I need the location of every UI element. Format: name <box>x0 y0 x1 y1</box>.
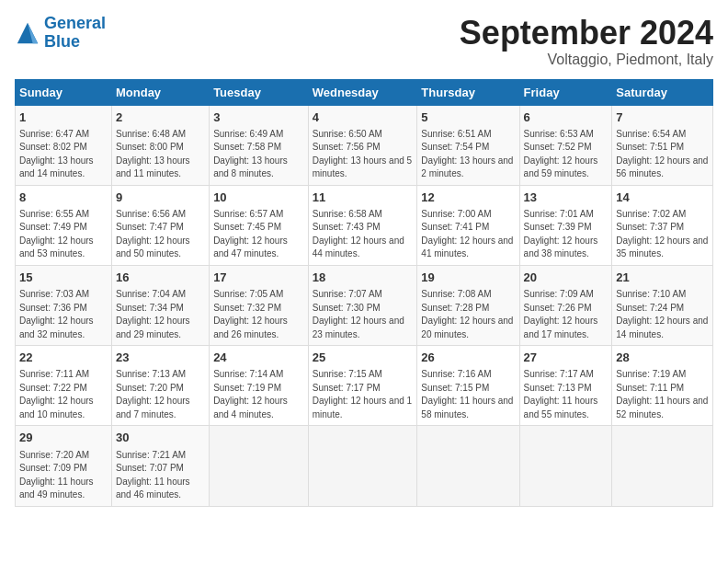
day-number: 9 <box>116 190 205 206</box>
day-info: Sunrise: 6:47 AMSunset: 8:02 PMDaylight:… <box>19 128 108 181</box>
day-info: Sunrise: 6:53 AMSunset: 7:52 PMDaylight:… <box>524 128 609 181</box>
day-number: 4 <box>313 109 414 126</box>
day-cell: 21 Sunrise: 7:10 AMSunset: 7:24 PMDaylig… <box>612 265 713 345</box>
day-info: Sunrise: 7:15 AMSunset: 7:17 PMDaylight:… <box>313 368 414 421</box>
col-sunday: Sunday <box>16 79 112 105</box>
day-number: 20 <box>524 270 609 286</box>
day-cell: 23 Sunrise: 7:13 AMSunset: 7:20 PMDaylig… <box>111 346 209 426</box>
day-number: 2 <box>116 109 205 126</box>
day-number: 8 <box>19 190 108 206</box>
day-cell: 8 Sunrise: 6:55 AMSunset: 7:49 PMDayligh… <box>16 185 112 265</box>
day-number: 10 <box>213 190 304 206</box>
table-row: 8 Sunrise: 6:55 AMSunset: 7:49 PMDayligh… <box>16 185 713 265</box>
day-cell: 26 Sunrise: 7:16 AMSunset: 7:15 PMDaylig… <box>417 346 519 426</box>
day-cell: 22 Sunrise: 7:11 AMSunset: 7:22 PMDaylig… <box>16 346 112 426</box>
day-info: Sunrise: 7:20 AMSunset: 7:09 PMDaylight:… <box>19 449 108 502</box>
table-row: 22 Sunrise: 7:11 AMSunset: 7:22 PMDaylig… <box>16 346 713 426</box>
day-cell: 2 Sunrise: 6:48 AMSunset: 8:00 PMDayligh… <box>111 105 209 185</box>
empty-cell <box>210 426 309 506</box>
calendar-table: Sunday Monday Tuesday Wednesday Thursday… <box>15 79 713 507</box>
day-number: 15 <box>19 270 108 286</box>
day-number: 12 <box>421 190 515 206</box>
day-info: Sunrise: 7:17 AMSunset: 7:13 PMDaylight:… <box>524 368 609 421</box>
table-row: 29 Sunrise: 7:20 AMSunset: 7:09 PMDaylig… <box>16 426 713 506</box>
day-info: Sunrise: 7:21 AMSunset: 7:07 PMDaylight:… <box>116 449 205 502</box>
day-info: Sunrise: 6:51 AMSunset: 7:54 PMDaylight:… <box>421 128 515 181</box>
day-info: Sunrise: 7:11 AMSunset: 7:22 PMDaylight:… <box>19 368 108 421</box>
day-cell: 13 Sunrise: 7:01 AMSunset: 7:39 PMDaylig… <box>519 185 612 265</box>
day-cell: 14 Sunrise: 7:02 AMSunset: 7:37 PMDaylig… <box>612 185 713 265</box>
day-cell: 5 Sunrise: 6:51 AMSunset: 7:54 PMDayligh… <box>417 105 519 185</box>
day-number: 1 <box>19 109 108 126</box>
day-cell: 28 Sunrise: 7:19 AMSunset: 7:11 PMDaylig… <box>612 346 713 426</box>
day-number: 25 <box>313 350 414 366</box>
day-info: Sunrise: 6:48 AMSunset: 8:00 PMDaylight:… <box>116 128 205 181</box>
day-cell: 18 Sunrise: 7:07 AMSunset: 7:30 PMDaylig… <box>308 265 417 345</box>
logo-text: General Blue <box>44 15 106 52</box>
day-info: Sunrise: 7:14 AMSunset: 7:19 PMDaylight:… <box>213 368 304 421</box>
day-number: 14 <box>616 190 709 206</box>
day-number: 26 <box>421 350 515 366</box>
day-cell: 24 Sunrise: 7:14 AMSunset: 7:19 PMDaylig… <box>210 346 309 426</box>
day-number: 16 <box>116 270 205 286</box>
calendar-header-row: Sunday Monday Tuesday Wednesday Thursday… <box>16 79 713 105</box>
logo: General Blue <box>15 15 106 52</box>
day-info: Sunrise: 7:07 AMSunset: 7:30 PMDaylight:… <box>313 288 414 341</box>
day-info: Sunrise: 7:05 AMSunset: 7:32 PMDaylight:… <box>213 288 304 341</box>
day-number: 6 <box>524 109 609 126</box>
location: Voltaggio, Piedmont, Italy <box>460 52 713 68</box>
day-cell: 19 Sunrise: 7:08 AMSunset: 7:28 PMDaylig… <box>417 265 519 345</box>
day-info: Sunrise: 6:49 AMSunset: 7:58 PMDaylight:… <box>213 128 304 181</box>
day-cell: 27 Sunrise: 7:17 AMSunset: 7:13 PMDaylig… <box>519 346 612 426</box>
day-number: 19 <box>421 270 515 286</box>
day-cell: 10 Sunrise: 6:57 AMSunset: 7:45 PMDaylig… <box>210 185 309 265</box>
day-cell: 29 Sunrise: 7:20 AMSunset: 7:09 PMDaylig… <box>16 426 112 506</box>
day-info: Sunrise: 7:13 AMSunset: 7:20 PMDaylight:… <box>116 368 205 421</box>
day-info: Sunrise: 6:54 AMSunset: 7:51 PMDaylight:… <box>616 128 709 181</box>
day-info: Sunrise: 6:58 AMSunset: 7:43 PMDaylight:… <box>313 208 414 261</box>
day-number: 22 <box>19 350 108 366</box>
empty-cell <box>519 426 612 506</box>
day-cell: 15 Sunrise: 7:03 AMSunset: 7:36 PMDaylig… <box>16 265 112 345</box>
day-number: 24 <box>213 350 304 366</box>
empty-cell <box>308 426 417 506</box>
empty-cell <box>417 426 519 506</box>
day-info: Sunrise: 7:19 AMSunset: 7:11 PMDaylight:… <box>616 368 709 421</box>
day-number: 3 <box>213 109 304 126</box>
day-info: Sunrise: 7:10 AMSunset: 7:24 PMDaylight:… <box>616 288 709 341</box>
day-number: 11 <box>313 190 414 206</box>
day-cell: 12 Sunrise: 7:00 AMSunset: 7:41 PMDaylig… <box>417 185 519 265</box>
day-number: 28 <box>616 350 709 366</box>
day-cell: 9 Sunrise: 6:56 AMSunset: 7:47 PMDayligh… <box>111 185 209 265</box>
col-monday: Monday <box>111 79 209 105</box>
table-row: 1 Sunrise: 6:47 AMSunset: 8:02 PMDayligh… <box>16 105 713 185</box>
logo-icon <box>15 20 40 46</box>
day-cell: 6 Sunrise: 6:53 AMSunset: 7:52 PMDayligh… <box>519 105 612 185</box>
day-number: 21 <box>616 270 709 286</box>
day-cell: 1 Sunrise: 6:47 AMSunset: 8:02 PMDayligh… <box>16 105 112 185</box>
empty-cell <box>612 426 713 506</box>
page-header: General Blue September 2024 Voltaggio, P… <box>15 15 713 68</box>
day-number: 23 <box>116 350 205 366</box>
day-info: Sunrise: 7:03 AMSunset: 7:36 PMDaylight:… <box>19 288 108 341</box>
day-cell: 30 Sunrise: 7:21 AMSunset: 7:07 PMDaylig… <box>111 426 209 506</box>
day-cell: 7 Sunrise: 6:54 AMSunset: 7:51 PMDayligh… <box>612 105 713 185</box>
day-number: 5 <box>421 109 515 126</box>
day-info: Sunrise: 7:09 AMSunset: 7:26 PMDaylight:… <box>524 288 609 341</box>
day-info: Sunrise: 7:04 AMSunset: 7:34 PMDaylight:… <box>116 288 205 341</box>
day-info: Sunrise: 7:00 AMSunset: 7:41 PMDaylight:… <box>421 208 515 261</box>
day-info: Sunrise: 6:56 AMSunset: 7:47 PMDaylight:… <box>116 208 205 261</box>
day-cell: 4 Sunrise: 6:50 AMSunset: 7:56 PMDayligh… <box>308 105 417 185</box>
col-tuesday: Tuesday <box>210 79 309 105</box>
col-saturday: Saturday <box>612 79 713 105</box>
day-info: Sunrise: 6:50 AMSunset: 7:56 PMDaylight:… <box>313 128 414 181</box>
day-info: Sunrise: 7:16 AMSunset: 7:15 PMDaylight:… <box>421 368 515 421</box>
day-info: Sunrise: 7:08 AMSunset: 7:28 PMDaylight:… <box>421 288 515 341</box>
day-info: Sunrise: 6:57 AMSunset: 7:45 PMDaylight:… <box>213 208 304 261</box>
day-number: 27 <box>524 350 609 366</box>
table-row: 15 Sunrise: 7:03 AMSunset: 7:36 PMDaylig… <box>16 265 713 345</box>
col-thursday: Thursday <box>417 79 519 105</box>
day-number: 30 <box>116 430 205 446</box>
title-block: September 2024 Voltaggio, Piedmont, Ital… <box>460 15 713 68</box>
day-number: 29 <box>19 430 108 446</box>
